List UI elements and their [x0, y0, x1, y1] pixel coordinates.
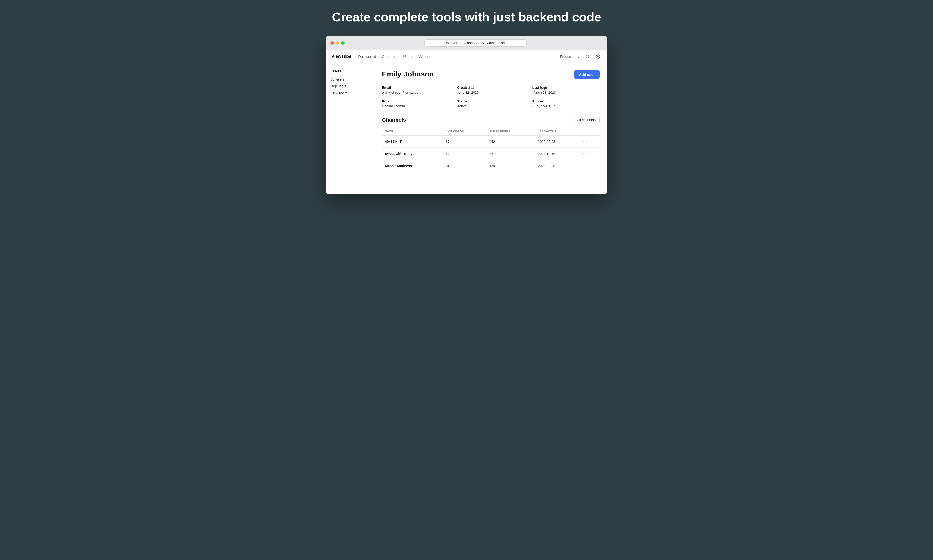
channel-subscribers-1: 621 — [487, 148, 535, 160]
row-more-button-1[interactable]: ··· — [583, 151, 588, 156]
phone-label: Phone — [532, 99, 600, 103]
info-field-email: Email emily.johnson@gmail.com — [382, 86, 449, 94]
all-channels-button[interactable]: All channels — [573, 116, 600, 124]
col-header-name: NAME — [382, 128, 443, 135]
info-field-role: Role Channel admin — [382, 99, 449, 108]
sidebar-item-new-users[interactable]: New users — [329, 89, 370, 96]
status-value: Active — [457, 104, 524, 108]
user-name: Emily Johnson — [382, 70, 434, 78]
channels-title: Channels — [382, 117, 406, 123]
channel-last-active-1: 2022-10-16 — [535, 148, 580, 160]
user-info-grid: Email emily.johnson@gmail.com Created at… — [382, 86, 600, 108]
sidebar-section-title: Users — [329, 69, 370, 73]
sidebar-item-top-users[interactable]: Top users — [329, 83, 370, 89]
svg-point-2 — [598, 56, 599, 57]
sidebar-item-all-users[interactable]: All users — [329, 76, 370, 83]
app-content: ViewTube Dashboard Channels Users Videos… — [326, 50, 607, 194]
browser-chrome — [326, 36, 607, 50]
sidebar: Users All users Top users New users — [326, 63, 374, 194]
channel-videos-0: 37 — [443, 135, 487, 148]
chevron-down-icon: ⌄ — [577, 55, 580, 58]
hero-title: Create complete tools with just backend … — [332, 10, 601, 24]
created-at-label: Created at — [457, 86, 524, 89]
col-header-actions — [580, 128, 600, 135]
channel-name-2: Muscle Madness — [382, 160, 443, 172]
channel-name-0: 40x15 HIIT — [382, 135, 443, 148]
content-header: Emily Johnson Add user — [382, 70, 600, 79]
search-button[interactable] — [584, 53, 591, 60]
channel-name-1: Sweat with Emily — [382, 148, 443, 160]
email-value: emily.johnson@gmail.com — [382, 91, 449, 94]
url-input[interactable] — [425, 39, 527, 47]
channel-videos-1: 45 — [443, 148, 487, 160]
channel-subscribers-2: 189 — [487, 160, 535, 172]
table-row: Muscle Madness 34 189 2023-02-28 ··· — [382, 160, 600, 172]
nav-links: Dashboard Channels Users Videos — [358, 54, 560, 58]
role-value: Channel admin — [382, 104, 449, 108]
channel-subscribers-0: 452 — [487, 135, 535, 148]
traffic-lights — [331, 41, 345, 45]
browser-window: ViewTube Dashboard Channels Users Videos… — [326, 36, 607, 194]
channel-last-active-2: 2023-02-28 — [535, 160, 580, 172]
maximize-button[interactable] — [341, 41, 345, 45]
table-row: 40x15 HIIT 37 452 2022-05-23 ··· — [382, 135, 600, 148]
info-field-phone: Phone (555) 253-9174 — [532, 99, 600, 108]
col-header-last-active: LAST ACTIVE — [535, 128, 580, 135]
row-more-button-0[interactable]: ··· — [583, 139, 588, 144]
nav-right: Production ⌄ — [560, 53, 602, 60]
info-field-last-login: Last login March 28, 2023 — [532, 86, 600, 94]
close-button[interactable] — [331, 41, 334, 45]
nav-link-videos[interactable]: Videos — [419, 54, 430, 58]
channels-header: Channels All channels — [382, 116, 600, 124]
minimize-button[interactable] — [336, 41, 339, 45]
role-label: Role — [382, 99, 449, 103]
info-field-created-at: Created at June 12, 2020 — [457, 86, 524, 94]
main-layout: Users All users Top users New users Emil… — [326, 63, 607, 194]
settings-button[interactable] — [595, 53, 602, 60]
status-label: Status — [457, 99, 524, 103]
nav-link-users[interactable]: Users — [403, 54, 413, 58]
environment-selector[interactable]: Production ⌄ — [560, 55, 580, 58]
nav-link-dashboard[interactable]: Dashboard — [358, 54, 376, 58]
top-nav: ViewTube Dashboard Channels Users Videos… — [326, 50, 607, 63]
app-logo: ViewTube — [331, 54, 351, 59]
channel-videos-2: 34 — [443, 160, 487, 172]
content-area: Emily Johnson Add user Email emily.johns… — [374, 63, 607, 194]
email-label: Email — [382, 86, 449, 89]
nav-link-channels[interactable]: Channels — [382, 54, 397, 58]
channels-table: NAME # OF VIDEOS SUBSCRIBERS LAST ACTIVE… — [382, 128, 600, 172]
table-row: Sweat with Emily 45 621 2022-10-16 ··· — [382, 148, 600, 160]
last-login-value: March 28, 2023 — [532, 91, 600, 94]
svg-line-1 — [588, 57, 589, 58]
last-login-label: Last login — [532, 86, 600, 89]
info-field-status: Status Active — [457, 99, 524, 108]
phone-value: (555) 253-9174 — [532, 104, 600, 108]
col-header-subscribers: SUBSCRIBERS — [487, 128, 535, 135]
environment-label: Production — [560, 55, 576, 58]
add-user-button[interactable]: Add user — [574, 70, 600, 79]
address-bar — [348, 39, 602, 47]
table-header-row: NAME # OF VIDEOS SUBSCRIBERS LAST ACTIVE — [382, 128, 600, 135]
created-at-value: June 12, 2020 — [457, 91, 524, 94]
row-more-button-2[interactable]: ··· — [583, 163, 588, 168]
col-header-videos: # OF VIDEOS — [443, 128, 487, 135]
channel-last-active-0: 2022-05-23 — [535, 135, 580, 148]
